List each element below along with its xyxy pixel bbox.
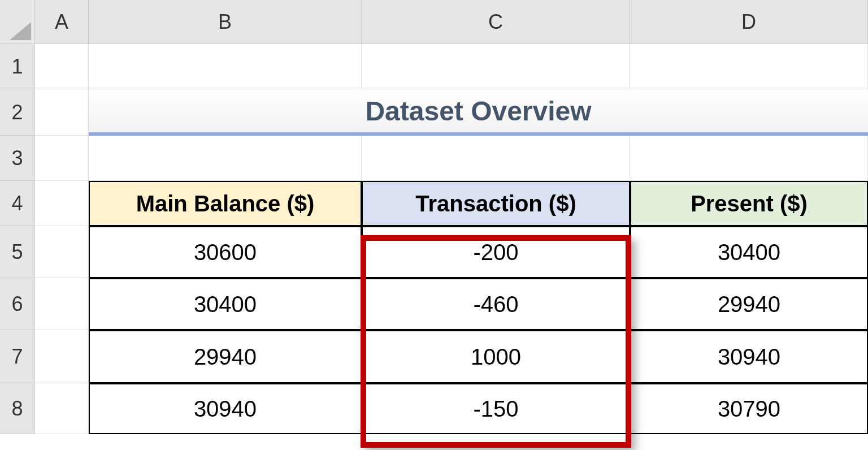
cell-d7[interactable]: 30940 [630, 330, 868, 383]
cell-b3[interactable] [89, 136, 362, 181]
select-all-corner[interactable] [0, 0, 35, 44]
col-header-b[interactable]: B [89, 0, 362, 44]
cell-a7[interactable] [35, 330, 89, 383]
row-header-8[interactable]: 8 [0, 383, 35, 434]
cell-d1[interactable] [630, 44, 868, 89]
spreadsheet-grid: A B C D 1 2 Dataset Overview 3 4 Main Ba… [0, 0, 868, 434]
row-header-6[interactable]: 6 [0, 278, 35, 330]
col-header-a[interactable]: A [35, 0, 89, 44]
cell-a6[interactable] [35, 278, 89, 330]
cell-c6[interactable]: -460 [362, 278, 630, 330]
cell-b8[interactable]: 30940 [89, 383, 362, 434]
col-header-d[interactable]: D [630, 0, 868, 44]
cell-b6[interactable]: 30400 [89, 278, 362, 330]
cell-d3[interactable] [630, 136, 868, 181]
cell-a1[interactable] [35, 44, 89, 89]
cell-d8[interactable]: 30790 [630, 383, 868, 434]
col-header-c[interactable]: C [362, 0, 630, 44]
cell-a3[interactable] [35, 136, 89, 181]
row-header-1[interactable]: 1 [0, 44, 35, 89]
cell-b7[interactable]: 29940 [89, 330, 362, 383]
row-header-4[interactable]: 4 [0, 181, 35, 226]
row-header-2[interactable]: 2 [0, 89, 35, 136]
cell-d5[interactable]: 30400 [630, 226, 868, 278]
row-header-5[interactable]: 5 [0, 226, 35, 278]
cell-a5[interactable] [35, 226, 89, 278]
row-header-3[interactable]: 3 [0, 136, 35, 181]
cell-c3[interactable] [362, 136, 630, 181]
cell-c7[interactable]: 1000 [362, 330, 630, 383]
cell-c5[interactable]: -200 [362, 226, 630, 278]
cell-a2[interactable] [35, 89, 89, 136]
cell-c1[interactable] [362, 44, 630, 89]
cell-c8[interactable]: -150 [362, 383, 630, 434]
row-header-7[interactable]: 7 [0, 330, 35, 383]
header-present[interactable]: Present ($) [630, 181, 868, 226]
cell-b5[interactable]: 30600 [89, 226, 362, 278]
header-balance[interactable]: Main Balance ($) [89, 181, 362, 226]
cell-a4[interactable] [35, 181, 89, 226]
cell-b1[interactable] [89, 44, 362, 89]
header-transaction[interactable]: Transaction ($) [362, 181, 630, 226]
title-cell[interactable]: Dataset Overview [89, 89, 868, 136]
cell-a8[interactable] [35, 383, 89, 434]
cell-d6[interactable]: 29940 [630, 278, 868, 330]
